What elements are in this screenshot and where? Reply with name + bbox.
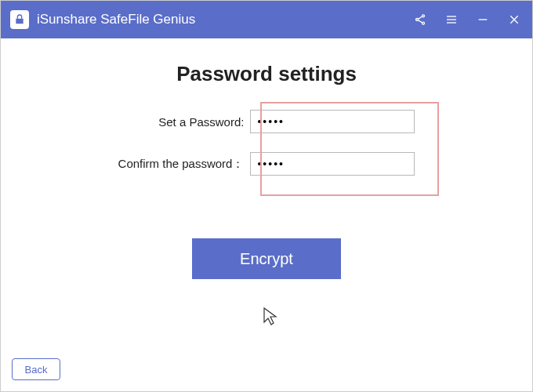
- encrypt-button[interactable]: Encrypt: [192, 238, 341, 279]
- password-label: Set a Password:: [158, 115, 244, 129]
- close-icon[interactable]: [507, 13, 521, 27]
- share-icon[interactable]: [413, 13, 427, 27]
- svg-line-4: [418, 16, 422, 19]
- password-row: Set a Password:: [118, 110, 415, 133]
- window-controls: [413, 13, 521, 27]
- menu-icon[interactable]: [444, 13, 459, 27]
- confirm-row: Confirm the password：: [118, 152, 415, 176]
- cursor-icon: [263, 307, 278, 327]
- svg-point-1: [416, 19, 419, 21]
- back-button[interactable]: Back: [12, 358, 60, 380]
- titlebar: iSunshare SafeFile Genius: [1, 1, 532, 38]
- app-lock-icon: [10, 10, 29, 29]
- svg-point-2: [422, 15, 425, 17]
- confirm-password-input[interactable]: [250, 152, 415, 176]
- content-area: Password settings Set a Password: Confir…: [1, 38, 532, 279]
- svg-rect-0: [16, 19, 23, 24]
- password-input[interactable]: [250, 110, 415, 133]
- minimize-icon[interactable]: [476, 13, 490, 27]
- app-title: iSunshare SafeFile Genius: [37, 12, 413, 27]
- page-title: Password settings: [32, 62, 501, 86]
- confirm-label: Confirm the password：: [118, 157, 245, 172]
- password-form: Set a Password: Confirm the password：: [118, 110, 415, 194]
- svg-point-3: [422, 22, 425, 24]
- svg-line-5: [418, 20, 422, 23]
